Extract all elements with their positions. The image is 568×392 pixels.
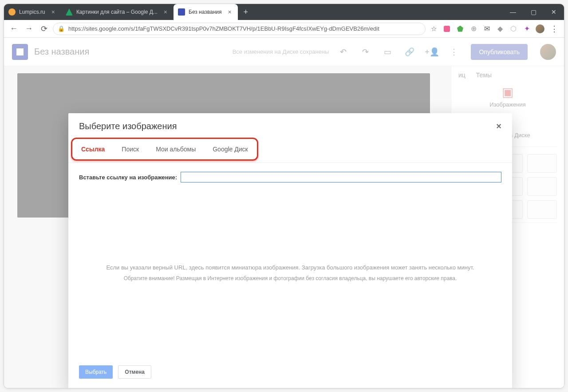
browser-titlebar: Lumpics.ru × Картинки для сайта – Google… <box>4 4 564 20</box>
hint-text-2: Обратите внимание! Размещая в Интернете … <box>79 273 501 284</box>
browser-toolbar: ← → ⟳ 🔒 https://sites.google.com/s/1faFg… <box>4 20 564 38</box>
lock-icon: 🔒 <box>58 25 65 32</box>
tab-search[interactable]: Поиск <box>120 143 141 155</box>
tab-title: Без названия <box>189 9 222 15</box>
forward-button[interactable]: → <box>23 23 35 35</box>
address-bar[interactable]: 🔒 https://sites.google.com/s/1faFgTWSXDC… <box>53 23 426 35</box>
image-picker-modal: Выберите изображения × Ссылка Поиск Мои … <box>68 113 512 388</box>
browser-tab-0[interactable]: Lumpics.ru × <box>4 4 61 20</box>
image-url-input[interactable] <box>181 172 501 182</box>
bookmark-star-icon[interactable]: ☆ <box>428 24 439 34</box>
extension-icon[interactable] <box>442 24 452 34</box>
chrome-menu-button[interactable]: ⋮ <box>548 23 560 35</box>
tab-link[interactable]: Ссылка <box>79 143 106 155</box>
tab-albums[interactable]: Мои альбомы <box>154 143 197 155</box>
extension-icon[interactable]: ✦ <box>521 24 532 34</box>
extension-icon[interactable]: ◆ <box>495 24 505 34</box>
extension-icon[interactable]: ⊕ <box>468 24 479 34</box>
favicon-icon <box>8 8 16 16</box>
profile-avatar-icon[interactable] <box>535 24 545 34</box>
reload-button[interactable]: ⟳ <box>38 23 50 35</box>
extension-icon[interactable]: ✉ <box>481 24 492 34</box>
back-button[interactable]: ← <box>8 23 20 35</box>
tab-title: Lumpics.ru <box>19 9 45 15</box>
favicon-icon <box>66 8 73 16</box>
extension-icon[interactable]: ⬡ <box>508 24 519 34</box>
close-icon[interactable]: × <box>51 8 55 16</box>
tab-drive[interactable]: Google Диск <box>211 143 249 155</box>
modal-title: Выберите изображения <box>79 121 177 131</box>
minimize-button[interactable]: — <box>503 4 523 20</box>
browser-tab-1[interactable]: Картинки для сайта – Google Д... × <box>61 4 174 20</box>
close-icon[interactable]: × <box>164 8 167 16</box>
url-text: https://sites.google.com/s/1faFgTWSXDCvR… <box>68 25 379 32</box>
browser-tab-2[interactable]: Без названия × <box>174 4 238 20</box>
url-input-label: Вставьте ссылку на изображение: <box>79 174 177 181</box>
modal-close-button[interactable]: × <box>496 121 501 131</box>
close-icon[interactable]: × <box>228 8 232 16</box>
maximize-button[interactable]: ▢ <box>523 4 544 20</box>
tabs-highlight: Ссылка Поиск Мои альбомы Google Диск <box>71 138 258 161</box>
close-window-button[interactable]: ✕ <box>544 4 564 20</box>
cancel-button[interactable]: Отмена <box>118 365 151 379</box>
extension-icon[interactable] <box>455 24 465 34</box>
new-tab-button[interactable]: + <box>241 7 251 17</box>
hint-text-1: Если вы указали верный URL, здесь появит… <box>79 262 501 273</box>
select-button[interactable]: Выбрать <box>79 365 113 379</box>
tab-title: Картинки для сайта – Google Д... <box>76 9 158 15</box>
favicon-icon <box>178 8 185 16</box>
